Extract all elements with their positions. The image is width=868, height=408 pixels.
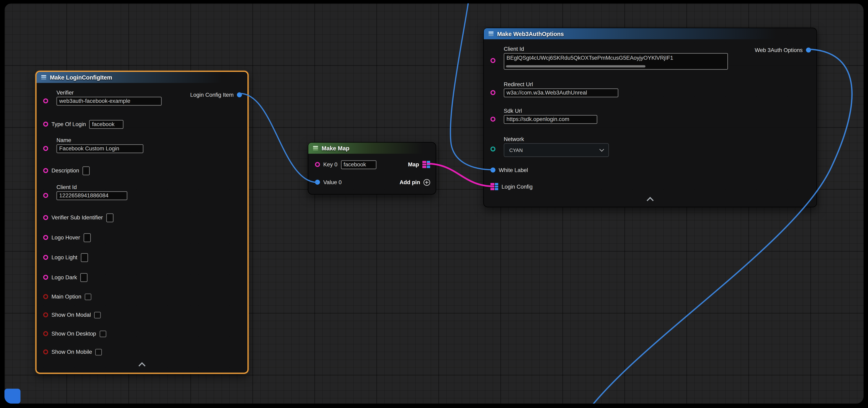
pin-label: Logo Hover: [52, 234, 80, 240]
show-on-desktop-checkbox[interactable]: [99, 330, 106, 337]
sdk-url-pin[interactable]: [491, 116, 496, 122]
verifier-sub-identifier-input[interactable]: [106, 213, 114, 222]
input-scrollbar[interactable]: [506, 65, 645, 67]
pin-row-client-id: Client Id BEglQSgt4cUWcj6SKRdu5QkOXTsePm…: [491, 46, 811, 70]
network-dropdown[interactable]: CYAN: [504, 143, 609, 157]
value-0-pin[interactable]: [315, 180, 320, 185]
pin-label: Verifier Sub Identifier: [52, 214, 103, 220]
pin-row-logo-dark: Logo Dark: [43, 273, 88, 282]
show-on-modal-pin[interactable]: [43, 312, 48, 317]
output-pin-label: Map: [408, 162, 419, 168]
pin-label: Show On Desktop: [52, 331, 96, 337]
pin-row-logo-light: Logo Light: [43, 252, 88, 262]
pin-row-main-option: Main Option: [43, 292, 91, 301]
node-make-map[interactable]: Make Map Key 0 facebook Map Value 0 Add …: [308, 142, 436, 195]
type-of-login-input[interactable]: facebook: [89, 120, 124, 129]
logo-light-input[interactable]: [81, 253, 88, 262]
pin-row-value-0: Value 0: [315, 178, 342, 186]
struct-icon: [488, 30, 494, 37]
network-pin[interactable]: [491, 146, 496, 151]
verifier-input[interactable]: web3auth-facebook-example: [57, 97, 162, 106]
node-header-make-web3authoptions[interactable]: Make Web3AuthOptions: [484, 28, 816, 39]
pin-label: Client Id: [504, 46, 811, 52]
logo-light-pin[interactable]: [43, 255, 48, 260]
pin-row-show-on-modal: Show On Modal: [43, 310, 101, 319]
collapse-node-button[interactable]: [484, 196, 816, 203]
show-on-desktop-pin[interactable]: [43, 331, 48, 336]
wire-login-config-item-to-value-0[interactable]: [240, 94, 318, 182]
name-input[interactable]: Facebook Custom Login: [57, 144, 144, 153]
network-selected-value: CYAN: [509, 147, 523, 153]
pin-label: Type Of Login: [52, 121, 86, 127]
graph-canvas[interactable]: Make LoginConfigItem Login Config Item V…: [4, 3, 864, 404]
logo-hover-input[interactable]: [84, 233, 91, 242]
pin-row-login-config: Login Config: [491, 182, 533, 191]
node-make-loginconfigitem[interactable]: Make LoginConfigItem Login Config Item V…: [35, 71, 249, 374]
client-id-pin[interactable]: [491, 58, 496, 63]
add-pin-plus-icon: [424, 179, 430, 185]
pin-row-key-0: Key 0 facebook: [315, 160, 376, 169]
blueprint-editor: Make LoginConfigItem Login Config Item V…: [0, 0, 868, 408]
add-pin-label: Add pin: [400, 179, 420, 185]
type-of-login-pin[interactable]: [43, 122, 48, 127]
pin-label: Logo Light: [52, 254, 78, 261]
node-title: Make LoginConfigItem: [50, 74, 112, 81]
node-make-web3authoptions[interactable]: Make Web3AuthOptions Web 3Auth Options C…: [483, 28, 817, 207]
output-row-map: Map: [408, 160, 430, 169]
pin-row-redirect-url: Redirect Url w3a://com.w3a.Web3AuthUnrea…: [491, 81, 811, 97]
client-id-input[interactable]: 1222658941886084: [57, 191, 127, 200]
pin-label: Network: [504, 136, 811, 142]
redirect-url-input[interactable]: w3a://com.w3a.Web3AuthUnreal: [504, 89, 618, 97]
collapse-node-button[interactable]: [36, 362, 247, 368]
main-option-pin[interactable]: [43, 294, 48, 299]
show-on-modal-checkbox[interactable]: [94, 311, 101, 318]
pin-label: Verifier: [57, 90, 242, 96]
pin-row-verifier-sub-identifier: Verifier Sub Identifier: [43, 213, 114, 222]
pin-label: Value 0: [323, 179, 342, 185]
top-window-notch: [260, 0, 438, 3]
pin-label: Name: [57, 137, 242, 143]
logo-hover-pin[interactable]: [43, 235, 48, 240]
sdk-url-input[interactable]: https://sdk.openlogin.com: [504, 115, 597, 124]
name-pin[interactable]: [43, 146, 48, 151]
client-id-pin[interactable]: [43, 193, 48, 198]
description-pin[interactable]: [43, 168, 48, 173]
pin-label: Description: [52, 168, 79, 174]
node-header-make-map[interactable]: Make Map: [308, 143, 436, 154]
show-on-mobile-checkbox[interactable]: [95, 348, 102, 355]
pin-label: Login Config: [501, 183, 532, 190]
pin-row-sdk-url: Sdk Url https://sdk.openlogin.com: [491, 108, 811, 124]
logo-dark-pin[interactable]: [43, 275, 48, 280]
description-input[interactable]: [83, 166, 90, 175]
verifier-sub-identifier-pin[interactable]: [43, 215, 48, 220]
pin-row-type-of-login: Type Of Login facebook: [43, 120, 124, 129]
pin-label: Logo Dark: [52, 274, 77, 280]
chevron-up-icon: [138, 362, 145, 369]
key-0-input[interactable]: facebook: [341, 160, 376, 169]
verifier-pin[interactable]: [43, 98, 48, 103]
client-id-input[interactable]: BEglQSgt4cUWcj6SKRdu5QkOXTsePmMcusG5EAoy…: [504, 53, 728, 70]
pin-row-white-label: White Label: [491, 166, 528, 174]
login-config-pin[interactable]: [491, 183, 498, 190]
chevron-up-icon: [646, 197, 653, 204]
add-pin-button[interactable]: Add pin: [400, 178, 430, 186]
show-on-mobile-pin[interactable]: [43, 349, 48, 354]
map-output-pin[interactable]: [423, 161, 430, 168]
pin-label: Show On Mobile: [52, 349, 92, 355]
key-0-pin[interactable]: [315, 162, 320, 167]
pin-row-show-on-desktop: Show On Desktop: [43, 329, 106, 338]
bottom-left-accent: [4, 388, 21, 404]
pin-row-name: Name Facebook Custom Login: [43, 137, 242, 153]
pin-label: Client Id: [57, 184, 242, 190]
white-label-pin[interactable]: [491, 168, 496, 173]
pin-label: White Label: [499, 167, 528, 173]
pin-label: Show On Modal: [52, 312, 91, 318]
pin-label: Redirect Url: [504, 81, 811, 88]
pin-row-logo-hover: Logo Hover: [43, 233, 91, 242]
pin-row-show-on-mobile: Show On Mobile: [43, 347, 102, 356]
pin-row-description: Description: [43, 166, 90, 175]
logo-dark-input[interactable]: [81, 273, 88, 282]
main-option-checkbox[interactable]: [85, 293, 91, 300]
node-header-make-loginconfigitem[interactable]: Make LoginConfigItem: [36, 72, 247, 83]
redirect-url-pin[interactable]: [491, 90, 496, 95]
